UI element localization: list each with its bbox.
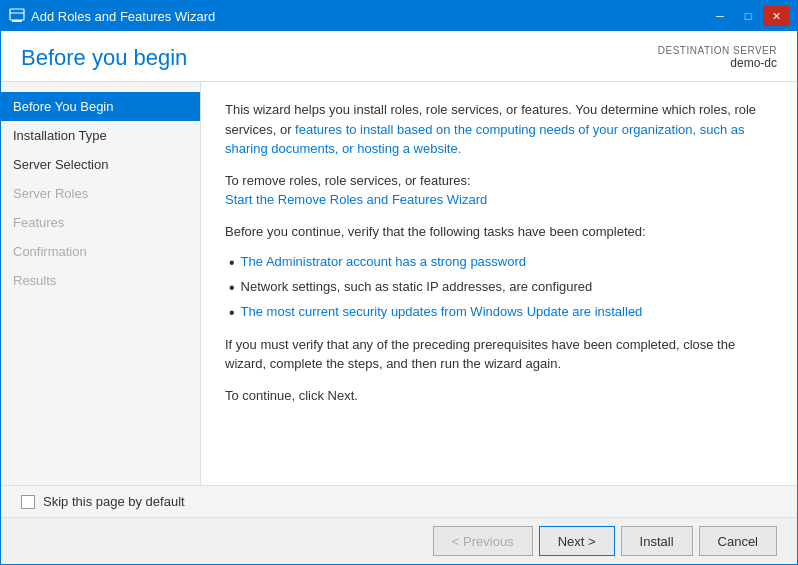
wizard-window: Add Roles and Features Wizard ─ □ ✕ Befo… (0, 0, 798, 565)
remove-paragraph: To remove roles, role services, or featu… (225, 171, 773, 210)
page-title: Before you begin (21, 45, 187, 71)
main-content: This wizard helps you install roles, rol… (201, 82, 797, 485)
sidebar-item-server-selection[interactable]: Server Selection (1, 150, 200, 179)
verify-paragraph: Before you continue, verify that the fol… (225, 222, 773, 242)
skip-checkbox[interactable] (21, 495, 35, 509)
dest-server-label: DESTINATION SERVER (658, 45, 777, 56)
sidebar-item-before-you-begin[interactable]: Before You Begin (1, 92, 200, 121)
sidebar-item-confirmation: Confirmation (1, 237, 200, 266)
bullet-dot-2: • (229, 278, 235, 297)
main-body: Before You Begin Installation Type Serve… (1, 82, 797, 485)
bullet-text-1: The Administrator account has a strong p… (241, 253, 526, 271)
dest-server-name: demo-dc (658, 56, 777, 70)
next-button[interactable]: Next > (539, 526, 615, 556)
destination-server-info: DESTINATION SERVER demo-dc (658, 45, 777, 70)
skip-row: Skip this page by default (1, 486, 797, 517)
intro-highlight: features to install based on the computi… (225, 122, 745, 157)
content-area: Before you begin DESTINATION SERVER demo… (1, 31, 797, 564)
window-controls: ─ □ ✕ (707, 6, 789, 26)
bullet-item-2: • Network settings, such as static IP ad… (229, 278, 773, 297)
bullet-item-3: • The most current security updates from… (229, 303, 773, 322)
prerequisite-note: If you must verify that any of the prece… (225, 335, 773, 374)
bullet-text-2: Network settings, such as static IP addr… (241, 278, 593, 296)
sidebar-item-results: Results (1, 266, 200, 295)
footer-area: Skip this page by default < Previous Nex… (1, 485, 797, 564)
intro-paragraph: This wizard helps you install roles, rol… (225, 100, 773, 159)
restore-button[interactable]: □ (735, 6, 761, 26)
close-button[interactable]: ✕ (763, 6, 789, 26)
title-bar: Add Roles and Features Wizard ─ □ ✕ (1, 1, 797, 31)
button-row: < Previous Next > Install Cancel (1, 517, 797, 564)
bullet-dot-3: • (229, 303, 235, 322)
prerequisites-list: • The Administrator account has a strong… (229, 253, 773, 323)
remove-wizard-link[interactable]: Start the Remove Roles and Features Wiza… (225, 192, 487, 207)
sidebar-item-features: Features (1, 208, 200, 237)
minimize-button[interactable]: ─ (707, 6, 733, 26)
header-bar: Before you begin DESTINATION SERVER demo… (1, 31, 797, 82)
install-button[interactable]: Install (621, 526, 693, 556)
sidebar-item-installation-type[interactable]: Installation Type (1, 121, 200, 150)
bullet-text-3: The most current security updates from W… (241, 303, 643, 321)
bullet-item-1: • The Administrator account has a strong… (229, 253, 773, 272)
previous-button[interactable]: < Previous (433, 526, 533, 556)
skip-label[interactable]: Skip this page by default (43, 494, 185, 509)
sidebar: Before You Begin Installation Type Serve… (1, 82, 201, 485)
window-title: Add Roles and Features Wizard (31, 9, 215, 24)
window-icon (9, 8, 25, 24)
svg-rect-0 (10, 9, 24, 20)
sidebar-item-server-roles: Server Roles (1, 179, 200, 208)
cancel-button[interactable]: Cancel (699, 526, 777, 556)
bullet-dot-1: • (229, 253, 235, 272)
continue-note: To continue, click Next. (225, 386, 773, 406)
